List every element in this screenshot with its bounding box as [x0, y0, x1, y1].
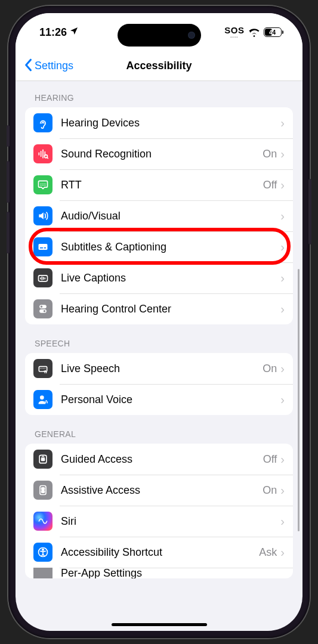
row-label: Accessibility Shortcut — [61, 546, 259, 559]
section-header-hearing: HEARING — [16, 81, 302, 107]
row-label: Live Captions — [61, 272, 280, 284]
row-audio-visual[interactable]: Audio/Visual › — [25, 200, 293, 231]
row-live-speech[interactable]: Live Speech On › — [25, 353, 293, 384]
hearing-devices-icon — [33, 113, 53, 132]
chevron-right-icon: › — [280, 453, 285, 466]
row-label: Hearing Control Center — [61, 303, 280, 315]
row-accessibility-shortcut[interactable]: Accessibility Shortcut Ask › — [25, 537, 293, 568]
section-header-speech: SPEECH — [16, 324, 302, 353]
chevron-right-icon: › — [280, 484, 285, 497]
row-label: Audio/Visual — [61, 210, 280, 222]
chevron-right-icon: › — [280, 116, 285, 130]
row-guided-access[interactable]: Guided Access Off › — [25, 444, 293, 475]
settings-content[interactable]: HEARING Hearing Devices › Sound Recognit… — [16, 81, 302, 631]
row-siri[interactable]: Siri › — [25, 506, 293, 537]
row-label: RTT — [61, 179, 263, 191]
svg-rect-14 — [44, 247, 46, 249]
svg-point-6 — [41, 184, 42, 185]
volume-button — [7, 125, 10, 147]
battery-indicator: 44 — [264, 27, 284, 37]
svg-rect-33 — [42, 488, 45, 490]
group-hearing: Hearing Devices › Sound Recognition On ›… — [25, 107, 293, 324]
row-per-app-settings[interactable]: Per-App Settings — [25, 568, 293, 578]
row-label: Assistive Access — [61, 484, 263, 497]
row-label: Live Speech — [61, 363, 263, 375]
row-value: On — [263, 363, 277, 375]
status-time: 11:26 — [39, 26, 67, 39]
nav-bar: Settings Accessibility — [16, 51, 302, 81]
svg-point-26 — [42, 368, 42, 369]
svg-point-36 — [42, 549, 44, 551]
chevron-right-icon: › — [280, 515, 285, 528]
rtt-icon — [33, 175, 53, 194]
svg-point-29 — [40, 395, 44, 400]
svg-point-10 — [42, 185, 44, 186]
row-value: Off — [263, 179, 277, 191]
svg-point-8 — [45, 184, 46, 185]
row-hearing-control-center[interactable]: Hearing Control Center › — [25, 293, 293, 324]
svg-rect-12 — [39, 244, 48, 250]
live-captions-icon — [33, 268, 53, 287]
chevron-right-icon: › — [280, 302, 285, 316]
location-icon — [69, 26, 79, 38]
svg-point-28 — [45, 368, 45, 369]
chevron-right-icon: › — [280, 240, 285, 254]
svg-point-27 — [43, 368, 44, 369]
svg-point-22 — [41, 306, 42, 308]
audio-visual-icon — [33, 206, 53, 225]
row-value: On — [263, 148, 277, 160]
hearing-control-center-icon — [33, 299, 53, 318]
power-button — [308, 179, 311, 244]
row-sound-recognition[interactable]: Sound Recognition On › — [25, 138, 293, 169]
svg-line-5 — [47, 157, 48, 159]
volume-button — [7, 161, 10, 203]
svg-point-25 — [40, 368, 41, 369]
personal-voice-icon — [33, 390, 53, 409]
row-value: Ask — [259, 546, 277, 559]
guided-access-icon — [33, 450, 53, 469]
chevron-right-icon: › — [280, 546, 285, 559]
chevron-right-icon: › — [280, 178, 285, 192]
row-hearing-devices[interactable]: Hearing Devices › — [25, 107, 293, 138]
accessibility-shortcut-icon — [33, 543, 53, 562]
svg-point-11 — [45, 185, 46, 186]
group-speech: Live Speech On › Personal Voice › — [25, 353, 293, 415]
row-personal-voice[interactable]: Personal Voice › — [25, 384, 293, 415]
row-value: On — [263, 484, 277, 497]
home-indicator[interactable] — [112, 623, 207, 626]
row-label: Subtitles & Captioning — [61, 241, 280, 253]
section-header-general: GENERAL — [16, 415, 302, 444]
row-subtitles[interactable]: Subtitles & Captioning › — [25, 231, 293, 262]
row-label: Hearing Devices — [61, 117, 280, 129]
row-label: Per-App Settings — [61, 568, 285, 578]
dynamic-island — [118, 24, 201, 47]
row-label: Personal Voice — [61, 394, 280, 406]
chevron-right-icon: › — [280, 147, 285, 161]
chevron-right-icon: › — [280, 209, 285, 223]
row-live-captions[interactable]: Live Captions › — [25, 262, 293, 293]
sound-recognition-icon — [33, 144, 53, 163]
back-button[interactable]: Settings — [16, 58, 73, 74]
row-rtt[interactable]: RTT Off › — [25, 169, 293, 200]
chevron-left-icon — [24, 58, 32, 74]
svg-point-9 — [41, 185, 42, 186]
svg-rect-13 — [40, 247, 43, 249]
svg-point-7 — [42, 184, 44, 185]
subtitles-icon — [33, 237, 53, 256]
row-label: Guided Access — [61, 453, 263, 466]
chevron-right-icon: › — [280, 271, 285, 285]
row-label: Sound Recognition — [61, 148, 263, 160]
svg-rect-31 — [42, 458, 45, 460]
row-assistive-access[interactable]: Assistive Access On › — [25, 475, 293, 506]
svg-point-23 — [44, 310, 45, 312]
per-app-settings-icon — [33, 568, 53, 578]
chevron-right-icon: › — [280, 362, 285, 376]
scroll-indicator[interactable] — [298, 269, 300, 531]
back-label: Settings — [35, 60, 73, 72]
row-label: Siri — [61, 515, 280, 528]
siri-icon — [33, 512, 53, 531]
live-speech-icon — [33, 359, 53, 378]
chevron-right-icon: › — [280, 393, 285, 407]
phone-frame: 11:26 SOS •••• 44 — [8, 6, 310, 638]
svg-rect-34 — [42, 491, 45, 493]
